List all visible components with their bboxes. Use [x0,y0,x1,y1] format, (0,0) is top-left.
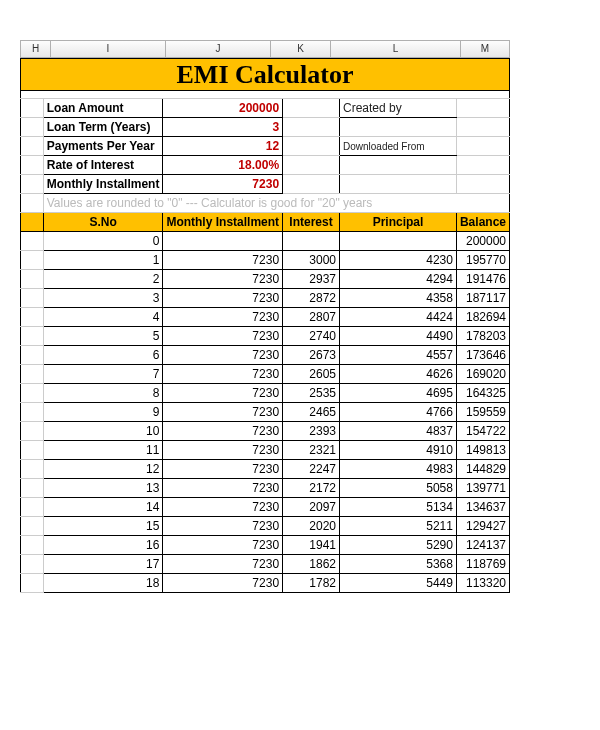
installment-cell[interactable]: 7230 [163,422,283,441]
balance-cell[interactable]: 139771 [456,479,509,498]
installment-cell[interactable]: 7230 [163,536,283,555]
installment-cell[interactable]: 7230 [163,555,283,574]
installment-cell[interactable]: 7230 [163,289,283,308]
col-header-K[interactable]: K [270,40,330,58]
installment-cell[interactable]: 7230 [163,517,283,536]
cell[interactable] [21,327,44,346]
col-header-I[interactable]: I [50,40,165,58]
cell[interactable] [21,365,44,384]
cell[interactable] [21,289,44,308]
col-header-J[interactable]: J [165,40,270,58]
balance-cell[interactable]: 187117 [456,289,509,308]
cell[interactable] [283,156,340,175]
balance-cell[interactable]: 134637 [456,498,509,517]
sno-cell[interactable]: 6 [43,346,163,365]
cell[interactable] [456,118,509,137]
balance-cell[interactable]: 154722 [456,422,509,441]
cell[interactable] [21,441,44,460]
cell[interactable] [21,498,44,517]
sno-cell[interactable]: 13 [43,479,163,498]
table-row[interactable]: 8723025354695164325 [21,384,510,403]
principal-cell[interactable]: 5368 [340,555,457,574]
rate-value[interactable]: 18.00% [163,156,283,175]
interest-cell[interactable]: 2247 [283,460,340,479]
balance-cell[interactable]: 159559 [456,403,509,422]
cell[interactable] [21,194,44,213]
table-row[interactable]: 18723017825449113320 [21,574,510,593]
installment-cell[interactable]: 7230 [163,270,283,289]
sno-cell[interactable]: 17 [43,555,163,574]
installment-cell[interactable]: 7230 [163,403,283,422]
sno-cell[interactable]: 4 [43,308,163,327]
sno-cell[interactable]: 11 [43,441,163,460]
col-header-L[interactable]: L [330,40,460,58]
col-header-M[interactable]: M [460,40,510,58]
principal-cell[interactable]: 4424 [340,308,457,327]
principal-cell[interactable] [340,232,457,251]
principal-cell[interactable]: 4490 [340,327,457,346]
cell[interactable] [21,384,44,403]
principal-cell[interactable]: 5211 [340,517,457,536]
interest-cell[interactable]: 2807 [283,308,340,327]
balance-cell[interactable]: 149813 [456,441,509,460]
interest-cell[interactable]: 2673 [283,346,340,365]
balance-cell[interactable]: 144829 [456,460,509,479]
installment-cell[interactable]: 7230 [163,479,283,498]
sno-cell[interactable]: 16 [43,536,163,555]
principal-cell[interactable]: 5134 [340,498,457,517]
cell[interactable] [21,555,44,574]
installment-cell[interactable]: 7230 [163,574,283,593]
cell[interactable] [21,308,44,327]
cell[interactable] [283,137,340,156]
sno-cell[interactable]: 8 [43,384,163,403]
principal-cell[interactable]: 4358 [340,289,457,308]
installment-cell[interactable]: 7230 [163,460,283,479]
table-row[interactable]: 14723020975134134637 [21,498,510,517]
principal-cell[interactable]: 5058 [340,479,457,498]
cell[interactable] [283,175,340,194]
installment-cell[interactable]: 7230 [163,498,283,517]
sno-cell[interactable]: 9 [43,403,163,422]
principal-cell[interactable]: 4766 [340,403,457,422]
sno-cell[interactable]: 2 [43,270,163,289]
interest-cell[interactable]: 2535 [283,384,340,403]
cell[interactable] [340,156,457,175]
cell[interactable] [21,137,44,156]
balance-cell[interactable]: 129427 [456,517,509,536]
balance-cell[interactable]: 124137 [456,536,509,555]
principal-cell[interactable]: 5290 [340,536,457,555]
interest-cell[interactable]: 2605 [283,365,340,384]
cell[interactable] [456,137,509,156]
cell[interactable] [21,346,44,365]
cell[interactable] [21,517,44,536]
loan-term-value[interactable]: 3 [163,118,283,137]
interest-cell[interactable]: 2097 [283,498,340,517]
table-row[interactable]: 12723022474983144829 [21,460,510,479]
table-row[interactable]: 3723028724358187117 [21,289,510,308]
principal-cell[interactable]: 4983 [340,460,457,479]
cell[interactable] [456,175,509,194]
balance-cell[interactable]: 173646 [456,346,509,365]
interest-cell[interactable]: 2740 [283,327,340,346]
table-row[interactable]: 7723026054626169020 [21,365,510,384]
table-row[interactable]: 10723023934837154722 [21,422,510,441]
principal-cell[interactable]: 4294 [340,270,457,289]
cell[interactable] [340,118,457,137]
interest-cell[interactable]: 2172 [283,479,340,498]
interest-cell[interactable]: 2872 [283,289,340,308]
cell[interactable] [21,270,44,289]
interest-cell[interactable]: 3000 [283,251,340,270]
sno-cell[interactable]: 1 [43,251,163,270]
balance-cell[interactable]: 178203 [456,327,509,346]
installment-cell[interactable]: 7230 [163,308,283,327]
cell[interactable] [21,156,44,175]
table-row[interactable]: 17723018625368118769 [21,555,510,574]
sno-cell[interactable]: 18 [43,574,163,593]
table-row[interactable]: 6723026734557173646 [21,346,510,365]
principal-cell[interactable]: 4837 [340,422,457,441]
monthly-installment-value[interactable]: 7230 [163,175,283,194]
interest-cell[interactable]: 1782 [283,574,340,593]
installment-cell[interactable]: 7230 [163,346,283,365]
cell[interactable] [21,403,44,422]
cells-grid[interactable]: EMI Calculator Loan Amount 200000 Create… [20,58,510,593]
